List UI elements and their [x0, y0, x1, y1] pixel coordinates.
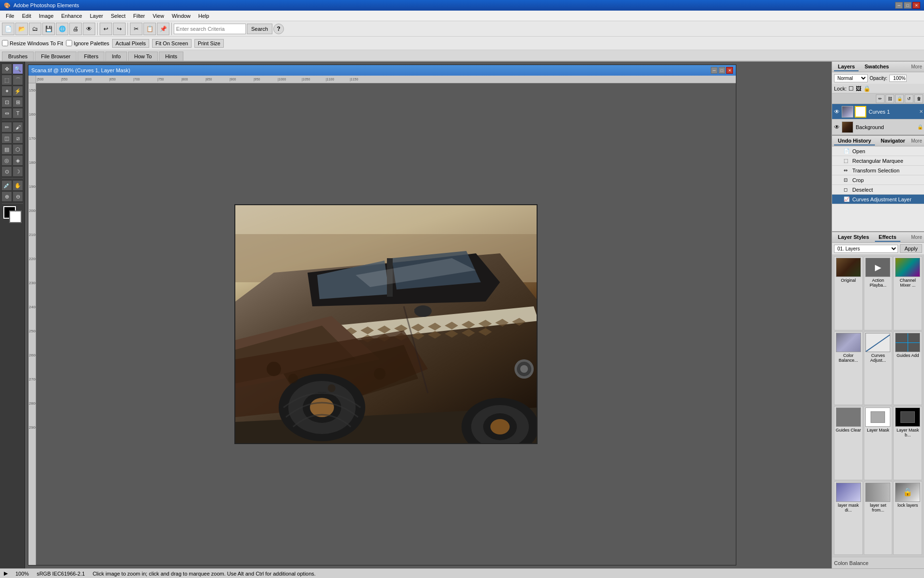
tab-hints[interactable]: Hints: [159, 52, 183, 61]
selection-tool[interactable]: ⬚: [1, 75, 12, 85]
effect-guides-clear[interactable]: Guides Clear: [834, 406, 863, 480]
swatches-tab[interactable]: Swatches: [860, 63, 893, 71]
fit-on-screen-button[interactable]: Fit On Screen: [152, 39, 192, 48]
lock-icon-btn[interactable]: 🔒: [895, 94, 904, 103]
tab-how-to[interactable]: How To: [128, 52, 158, 61]
lock-position-icon[interactable]: 🔒: [863, 85, 871, 92]
history-item-transform[interactable]: ⇔ Transform Selection: [832, 166, 924, 175]
menu-window[interactable]: Window: [168, 12, 194, 20]
effect-channel-mixer[interactable]: Channel Mixer ...: [893, 256, 922, 330]
effect-guides-add[interactable]: Guides Add: [893, 331, 922, 406]
background-color[interactable]: [9, 210, 22, 223]
search-button[interactable]: Search: [247, 24, 272, 34]
paste-button[interactable]: 📌: [157, 23, 169, 35]
magic-wand-tool[interactable]: ⚡: [13, 86, 23, 96]
actual-pixels-button[interactable]: Actual Pixels: [112, 39, 149, 48]
paint-bucket-tool[interactable]: ⧄: [13, 133, 23, 144]
search-input[interactable]: [176, 26, 244, 32]
menu-layer[interactable]: Layer: [86, 12, 107, 20]
recompose-tool[interactable]: ⊞: [13, 97, 23, 107]
effect-layer-mask-b[interactable]: Layer Mask b...: [893, 406, 922, 480]
type-tool[interactable]: T: [13, 108, 23, 118]
effect-layer-mask[interactable]: Layer Mask: [864, 406, 893, 480]
print-button[interactable]: 🖨: [69, 23, 82, 35]
navigator-tab[interactable]: Navigator: [877, 137, 909, 145]
pencil-tool[interactable]: ✏: [1, 122, 12, 132]
color-replace-tool[interactable]: ⬡: [13, 144, 23, 155]
effect-lock-layers[interactable]: 🔒 lock layers: [893, 481, 922, 555]
sharpen-tool[interactable]: ◈: [13, 155, 23, 166]
save-for-web-button[interactable]: 🌐: [56, 23, 68, 35]
dodge-tool[interactable]: ☽: [13, 166, 23, 177]
close-button[interactable]: ✕: [912, 2, 920, 9]
effect-original[interactable]: Original: [834, 256, 863, 330]
history-item-deselect[interactable]: ◻ Deselect: [832, 185, 924, 195]
hand-tool[interactable]: ✋: [13, 180, 23, 191]
help-button[interactable]: ?: [273, 24, 284, 34]
redo-button[interactable]: ↪: [113, 23, 126, 35]
history-item-marquee[interactable]: ⬚ Rectangular Marquee: [832, 156, 924, 166]
layer-eye-curves1[interactable]: 👁: [833, 108, 841, 116]
canvas-inner[interactable]: [36, 83, 736, 565]
tab-info[interactable]: Info: [105, 52, 127, 61]
menu-help[interactable]: Help: [194, 12, 213, 20]
move-tool[interactable]: ✥: [1, 64, 12, 74]
brush-tool[interactable]: 🖌: [13, 122, 23, 132]
blend-mode-select[interactable]: Normal: [834, 74, 868, 82]
tab-brushes[interactable]: Brushes: [2, 52, 34, 61]
tab-filters[interactable]: Filters: [77, 52, 104, 61]
menu-image[interactable]: Image: [35, 12, 58, 20]
effects-tab[interactable]: Effects: [875, 233, 900, 242]
layer-row-background[interactable]: 👁 Background 🔒: [832, 119, 924, 135]
photo-canvas[interactable]: [234, 204, 538, 444]
lock-transparency-icon[interactable]: ☐: [848, 85, 854, 92]
zoom-out-tool[interactable]: ⊖: [13, 191, 23, 202]
lock-image-icon[interactable]: 🖼: [856, 85, 861, 92]
resize-windows-option[interactable]: Resize Windows To Fit: [2, 40, 63, 46]
copy-button[interactable]: 📋: [143, 23, 156, 35]
quick-select-tool[interactable]: ✦: [1, 86, 12, 96]
straighten-tool[interactable]: ⇔: [1, 108, 12, 118]
gradient-tool[interactable]: ▤: [1, 144, 12, 155]
save-button[interactable]: 💾: [42, 23, 55, 35]
browse-button[interactable]: 🗂: [29, 23, 41, 35]
doc-minimize-button[interactable]: ─: [711, 67, 718, 74]
menu-view[interactable]: View: [149, 12, 168, 20]
apply-button[interactable]: Apply: [900, 244, 922, 253]
effect-layer-mask-d[interactable]: layer mask di...: [834, 481, 863, 555]
minimize-button[interactable]: ─: [895, 2, 903, 9]
restore-button[interactable]: □: [904, 2, 911, 9]
lasso-tool[interactable]: ⌒: [13, 75, 23, 85]
resize-windows-checkbox[interactable]: [2, 40, 8, 46]
search-box[interactable]: [174, 24, 246, 34]
print-size-button[interactable]: Print Size: [194, 39, 224, 48]
doc-close-button[interactable]: ✕: [726, 67, 733, 74]
history-more-button[interactable]: More: [911, 138, 922, 144]
ignore-palettes-checkbox[interactable]: [66, 40, 72, 46]
doc-restore-button[interactable]: □: [719, 67, 725, 74]
effect-layer-set[interactable]: layer set from...: [864, 481, 893, 555]
zoom-in-tool[interactable]: ⊕: [1, 191, 12, 202]
effect-action-playback[interactable]: ▶ Action Playba...: [864, 256, 893, 330]
history-item-curves[interactable]: 📈 Curves Adjustment Layer: [832, 195, 924, 204]
print-preview-button[interactable]: 👁: [83, 23, 95, 35]
layer-delete-curves1[interactable]: ✕: [919, 109, 923, 114]
zoom-tool[interactable]: 🔍: [13, 64, 23, 74]
refresh-icon-btn[interactable]: ↺: [905, 94, 913, 103]
layer-styles-tab[interactable]: Layer Styles: [834, 233, 873, 242]
menu-file[interactable]: File: [2, 12, 18, 20]
history-item-open[interactable]: 📄 Open: [832, 146, 924, 156]
open-button[interactable]: 📂: [15, 23, 28, 35]
blur-tool[interactable]: ◎: [1, 155, 12, 166]
effects-category-select[interactable]: 01. Layers: [834, 245, 898, 253]
layer-row-curves1[interactable]: 👁 Curves 1 ✕: [832, 104, 924, 119]
tab-file-browser[interactable]: File Browser: [35, 52, 77, 61]
layer-eye-background[interactable]: 👁: [833, 123, 841, 131]
effect-color-balance[interactable]: Color Balance...: [834, 331, 863, 406]
opacity-input[interactable]: [889, 75, 907, 82]
menu-edit[interactable]: Edit: [18, 12, 35, 20]
history-item-crop[interactable]: ⊡ Crop: [832, 175, 924, 185]
ignore-palettes-option[interactable]: Ignore Palettes: [66, 40, 109, 46]
layers-more-button[interactable]: More: [911, 64, 922, 69]
layers-tab[interactable]: Layers: [834, 63, 859, 71]
